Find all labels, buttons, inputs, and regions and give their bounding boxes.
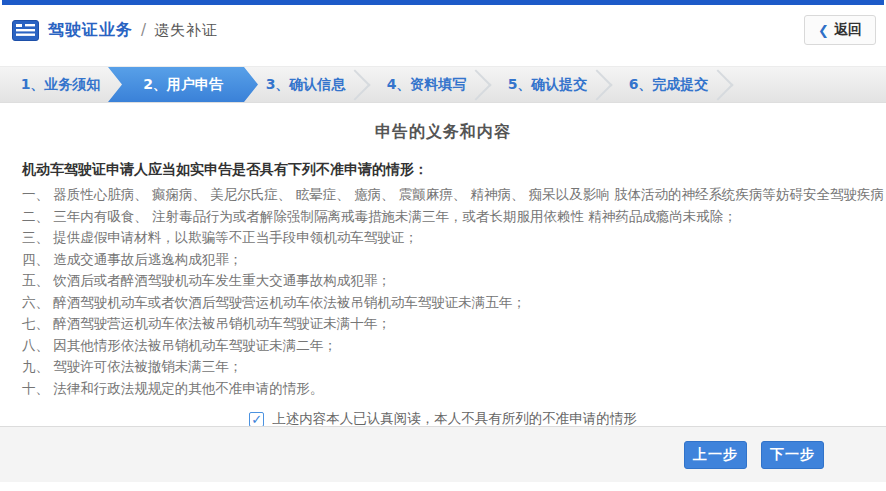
breadcrumb-separator: /: [141, 21, 146, 39]
step-item[interactable]: 5、确认提交: [487, 67, 608, 102]
step-label: 1、业务须知: [21, 76, 101, 94]
condition-item: 七、 醉酒驾驶营运机动车依法被吊销机动车驾驶证未满十年；: [22, 313, 864, 335]
next-step-button[interactable]: 下一步: [761, 441, 824, 469]
page: 驾驶证业务 / 遗失补证 ❮ 返回 1、业务须知 2、用户申告 3、确认信息 4…: [0, 0, 886, 491]
step-label: 5、确认提交: [508, 76, 588, 94]
condition-item: 一、 器质性心脏病、 癫痫病、 美尼尔氏症、 眩晕症、 癔病、 震颤麻痹、 精神…: [22, 184, 864, 206]
step-nav: 1、业务须知 2、用户申告 3、确认信息 4、资料填写 5、确认提交 6、完成提…: [0, 66, 886, 103]
page-title: 驾驶证业务: [48, 20, 133, 41]
condition-item: 九、 驾驶许可依法被撤销未满三年；: [22, 356, 864, 378]
condition-item: 八、 因其他情形依法被吊销机动车驾驶证未满二年；: [22, 335, 864, 357]
step-item[interactable]: 6、完成提交: [608, 67, 729, 102]
condition-item: 二、 三年内有吸食、 注射毒品行为或者解除强制隔离戒毒措施未满三年，或者长期服用…: [22, 206, 864, 228]
condition-item: 十、 法律和行政法规规定的其他不准申请的情形。: [22, 378, 864, 400]
header: 驾驶证业务 / 遗失补证 ❮ 返回: [0, 5, 886, 55]
main-content: 申告的义务和内容 机动车驾驶证申请人应当如实申告是否具有下列不准申请的情形： 一…: [0, 122, 886, 428]
intro-text: 机动车驾驶证申请人应当如实申告是否具有下列不准申请的情形：: [22, 161, 864, 179]
step-label: 6、完成提交: [629, 76, 709, 94]
footer: 上一步 下一步: [0, 426, 886, 482]
condition-item: 六、 醉酒驾驶机动车或者饮酒后驾驶营运机动车依法被吊销机动车驾驶证未满五年；: [22, 292, 864, 314]
step-item[interactable]: 3、确认信息: [245, 67, 366, 102]
content-title: 申告的义务和内容: [22, 122, 864, 143]
check-icon: ✓: [251, 413, 262, 426]
chevron-left-icon: ❮: [818, 23, 829, 38]
condition-item: 三、 提供虚假申请材料，以欺骗等不正当手段申领机动车驾驶证；: [22, 227, 864, 249]
back-button-label: 返回: [834, 21, 862, 39]
agreement-checkbox[interactable]: ✓: [249, 412, 264, 427]
prev-step-button[interactable]: 上一步: [684, 441, 747, 469]
conditions-list: 一、 器质性心脏病、 癫痫病、 美尼尔氏症、 眩晕症、 癔病、 震颤麻痹、 精神…: [22, 184, 864, 399]
step-item[interactable]: 4、资料填写: [366, 67, 487, 102]
condition-item: 五、 饮酒后或者醉酒驾驶机动车发生重大交通事故构成犯罪；: [22, 270, 864, 292]
breadcrumb: 驾驶证业务 / 遗失补证: [12, 20, 218, 41]
breadcrumb-current: 遗失补证: [154, 21, 218, 40]
step-label: 3、确认信息: [266, 76, 346, 94]
step-label: 2、用户申告: [143, 76, 223, 94]
back-button[interactable]: ❮ 返回: [804, 15, 876, 45]
license-card-icon: [12, 20, 39, 41]
step-item[interactable]: 1、业务须知: [0, 67, 121, 102]
condition-item: 四、 造成交通事故后逃逸构成犯罪；: [22, 249, 864, 271]
step-label: 4、资料填写: [387, 76, 467, 94]
step-item[interactable]: 2、用户申告: [108, 67, 258, 102]
